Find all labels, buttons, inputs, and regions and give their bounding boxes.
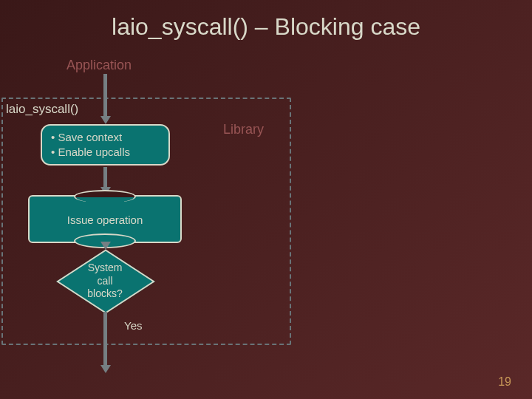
issue-operation-box: Issue operation [28,195,182,243]
library-label: Library [223,122,264,137]
slide-title: laio_syscall() – Blocking case [0,13,532,41]
decision-line1: System [87,262,122,275]
arrow-app-to-save [103,74,107,117]
decision-line3: blocks? [87,287,122,301]
decision-text: System call blocks? [87,262,122,301]
save-line2: • Enable upcalls [51,145,160,160]
decision-box: System call blocks? [46,248,164,314]
arrow-decision-down [103,312,107,366]
application-label: Application [66,58,132,73]
syscall-label: laio_syscall() [6,102,78,117]
page-number: 19 [498,375,511,389]
arrow-save-to-issue [103,167,107,188]
issue-operation-text: Issue operation [67,213,143,225]
save-line1: • Save context [51,130,160,145]
decision-line2: call [87,274,122,287]
yes-label: Yes [124,319,142,332]
save-context-box: • Save context • Enable upcalls [41,124,170,166]
